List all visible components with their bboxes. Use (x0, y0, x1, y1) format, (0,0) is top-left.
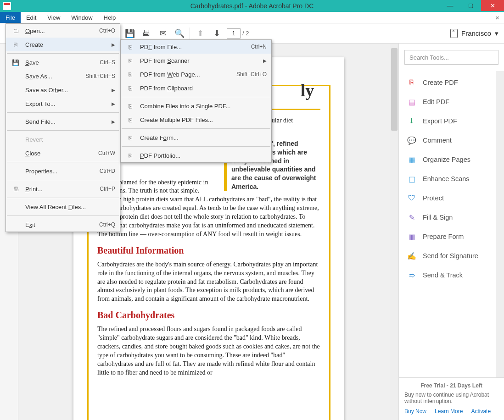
tool-icon: ▦ (407, 155, 416, 164)
create-menu-item-create-form[interactable]: ⎘Create Form... (121, 131, 271, 144)
tool-label: Send for Signature (423, 252, 478, 260)
link-activate[interactable]: Activate (471, 408, 491, 414)
menu-item-icon (11, 135, 21, 144)
file-menu-item-print[interactable]: 🖶Print...Ctrl+P (6, 182, 120, 196)
tool-organize-pages[interactable]: ▦Organize Pages (399, 150, 496, 169)
tool-prepare-form[interactable]: ▥Prepare Form (399, 227, 496, 246)
menu-item-label: Create Multiple PDF Files... (140, 116, 267, 123)
search-tools-input[interactable]: Search Tools... (404, 50, 498, 65)
file-menu-item-open[interactable]: 🗀Open...Ctrl+O (6, 24, 120, 38)
maximize-button[interactable] (460, 0, 481, 11)
tool-icon: ⭳ (407, 116, 416, 126)
window-controls (440, 0, 504, 11)
device-icon (450, 29, 458, 38)
separator (122, 146, 270, 147)
tool-label: Comment (423, 137, 452, 144)
tool-comment[interactable]: 💬Comment (399, 131, 496, 150)
tool-label: Fill & Sign (423, 214, 453, 221)
create-menu-item-pdf-portfolio[interactable]: ⎘PDF Portfolio... (121, 149, 271, 162)
create-menu-item-pdf-from-file[interactable]: ⎘PDF from File...Ctrl+N (121, 40, 271, 54)
title-bar: Carbohydrates.pdf - Adobe Acrobat Pro DC (0, 0, 504, 12)
tool-icon: ✎ (407, 213, 416, 222)
menu-item-icon (11, 203, 21, 211)
tool-send-for-signature[interactable]: ✍Send for Signature (399, 246, 496, 265)
tool-enhance-scans[interactable]: ◫Enhance Scans (399, 169, 496, 188)
doc-scrollbar[interactable] (390, 44, 398, 420)
chevron-down-icon: ▾ (495, 29, 498, 38)
menu-item-shortcut: Ctrl+D (100, 168, 115, 174)
menu-item-shortcut: Ctrl+P (100, 186, 115, 192)
trial-body: Buy now to continue using Acrobat withou… (404, 392, 498, 404)
menu-item-shortcut: Ctrl+O (99, 28, 115, 34)
file-menu-item-revert: Revert (6, 133, 120, 146)
menu-item-label: Export To... (25, 100, 107, 107)
app-icon (3, 2, 11, 10)
tool-edit-pdf[interactable]: ▤Edit PDF (399, 92, 496, 111)
tool-icon: 💬 (407, 136, 416, 145)
tool-export-pdf[interactable]: ⭳Export PDF (399, 111, 496, 131)
menu-edit[interactable]: Edit (21, 12, 42, 23)
file-menu-item-save[interactable]: 💾SaveCtrl+S (6, 55, 120, 69)
close-document-button[interactable]: × (491, 12, 504, 23)
file-menu-dropdown: 🗀Open...Ctrl+O⎘Create▶💾SaveCtrl+SSave As… (6, 23, 120, 232)
file-menu-item-exit[interactable]: ExitCtrl+Q (6, 218, 120, 232)
menu-item-icon: ⎘ (125, 133, 135, 142)
create-menu-item-combine-files-into-a-single-pdf[interactable]: ⎘Combine Files into a Single PDF... (121, 99, 271, 113)
file-menu-item-export-to[interactable]: Export To...▶ (6, 97, 120, 111)
menu-item-shortcut: Ctrl+Q (99, 221, 115, 228)
menu-window[interactable]: Window (66, 12, 98, 23)
file-menu-item-view-all-recent-files[interactable]: View All Recent Files... (6, 200, 120, 214)
file-menu-item-properties[interactable]: Properties...Ctrl+D (6, 164, 120, 178)
menu-item-icon: ⎘ (125, 70, 135, 78)
create-menu-item-pdf-from-web-page[interactable]: ⎘PDF from Web Page...Shift+Ctrl+O (121, 67, 271, 81)
tool-icon: ◫ (407, 174, 416, 183)
menu-item-label: Send File... (25, 118, 107, 125)
menu-item-icon (11, 167, 21, 175)
heading-c: Bad Carbohydrates (97, 310, 320, 321)
file-menu-item-save-as[interactable]: Save As...Shift+Ctrl+S (6, 69, 120, 83)
link-buy-now[interactable]: Buy Now (404, 408, 426, 414)
page-number-input[interactable] (227, 28, 241, 39)
menu-item-icon (11, 86, 21, 94)
account-menu[interactable]: Francisco ▾ (450, 29, 498, 38)
submenu-arrow-icon: ▶ (112, 88, 115, 93)
separator (7, 198, 119, 198)
menu-help[interactable]: Help (98, 12, 122, 23)
file-menu-item-send-file[interactable]: Send File...▶ (6, 115, 120, 128)
file-menu-item-create[interactable]: ⎘Create▶ (6, 38, 120, 51)
tool-icon: ➱ (407, 271, 416, 280)
menu-item-icon: 💾 (11, 58, 21, 66)
tool-create-pdf[interactable]: ⎘Create PDF (399, 73, 496, 92)
file-menu-item-close[interactable]: CloseCtrl+W (6, 146, 120, 160)
separator (7, 180, 119, 180)
menu-item-icon: ⎘ (125, 151, 135, 160)
tool-label: Enhance Scans (423, 175, 470, 182)
page-total-label: / 2 (242, 30, 249, 37)
menu-item-icon (11, 149, 21, 157)
menu-item-label: PDF Portfolio... (140, 152, 267, 159)
separator (7, 162, 119, 162)
menu-item-icon: ⎘ (125, 116, 135, 124)
tool-icon: ▤ (407, 97, 416, 106)
file-menu-item-save-as-other[interactable]: Save as Other...▶ (6, 83, 120, 97)
minimize-button[interactable] (440, 0, 460, 11)
menu-item-label: Open... (25, 28, 95, 34)
menu-view[interactable]: View (42, 12, 66, 23)
tool-icon: ⎘ (407, 78, 416, 87)
menu-item-icon: ⎘ (125, 102, 135, 110)
tool-send-track[interactable]: ➱Send & Track (399, 265, 496, 285)
rightpanel-scrollbar[interactable] (496, 71, 504, 377)
create-submenu-dropdown: ⎘PDF from File...Ctrl+N⎘PDF from Scanner… (120, 39, 272, 163)
tool-label: Send & Track (423, 271, 463, 279)
close-button[interactable] (481, 0, 504, 11)
menu-file[interactable]: File (0, 12, 21, 23)
tool-protect[interactable]: 🛡Protect (399, 188, 496, 208)
create-menu-item-create-multiple-pdf-files[interactable]: ⎘Create Multiple PDF Files... (121, 113, 271, 127)
link-learn-more[interactable]: Learn More (435, 408, 463, 414)
separator (7, 112, 119, 113)
create-menu-item-pdf-from-clipboard[interactable]: ⎘PDF from Clipboard (121, 81, 271, 95)
menu-item-shortcut: Ctrl+S (100, 59, 115, 66)
tool-fill-sign[interactable]: ✎Fill & Sign (399, 208, 496, 227)
create-menu-item-pdf-from-scanner[interactable]: ⎘PDF from Scanner▶ (121, 54, 271, 67)
menu-item-shortcut: Shift+Ctrl+S (85, 73, 115, 79)
